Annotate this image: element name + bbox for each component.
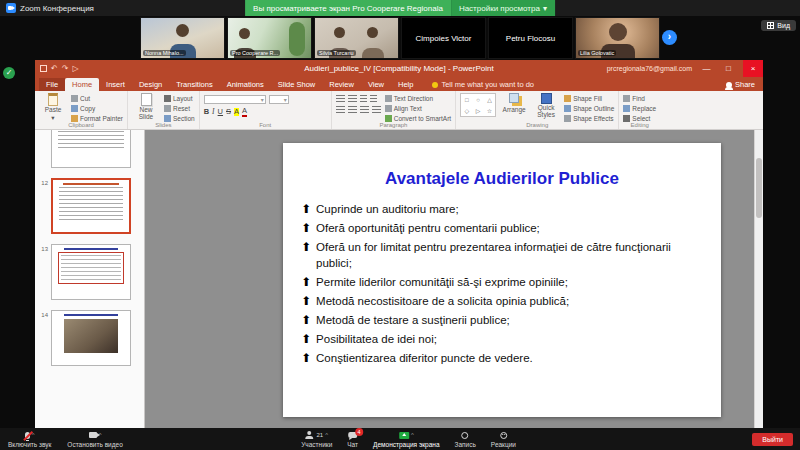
current-slide[interactable]: Avantajele Audierilor Publice ⬆ Cuprinde… <box>283 143 721 417</box>
slide-12-thumbnail[interactable] <box>51 178 131 234</box>
save-icon[interactable] <box>40 65 47 72</box>
align-text-icon <box>385 105 392 112</box>
bold-button[interactable]: B <box>204 107 209 116</box>
canvas-scrollbar[interactable] <box>754 130 763 428</box>
participants-button[interactable]: 21 ^ Участники <box>301 431 332 448</box>
numbering-icon[interactable] <box>348 95 357 103</box>
align-left-icon[interactable] <box>336 106 345 114</box>
tab-home[interactable]: Home <box>65 78 99 91</box>
chevron-down-icon: ▾ <box>543 4 547 13</box>
paragraph-group-label: Paragraph <box>332 122 455 128</box>
slide-number: 11 <box>35 130 51 168</box>
leave-meeting-button[interactable]: Выйти <box>752 433 793 446</box>
tab-help[interactable]: Help <box>391 78 420 91</box>
font-name-combo[interactable]: ▾ <box>204 95 266 104</box>
tab-review[interactable]: Review <box>322 78 361 91</box>
cut-button[interactable]: Cut <box>71 95 123 102</box>
justify-icon[interactable] <box>372 106 381 114</box>
unmute-button[interactable]: ^ Включить звук <box>8 431 51 448</box>
shape-fill-button[interactable]: Shape Fill <box>564 95 614 102</box>
minimize-button[interactable]: — <box>699 60 714 77</box>
bullet-item: ⬆ Oferă un for limitat pentru prezentare… <box>301 240 707 270</box>
reactions-button[interactable]: Реакции <box>491 431 516 448</box>
tab-transitions[interactable]: Transitions <box>169 78 219 91</box>
select-button[interactable]: Select <box>623 115 656 122</box>
lightbulb-icon <box>432 82 438 88</box>
ribbon-group-drawing: □ ○ △ ◇ ▷ ☆ Arrange Quick Styles <box>456 91 619 129</box>
participant-tile[interactable]: Petru Flocosu <box>488 17 573 59</box>
chat-button[interactable]: 4 Чат <box>347 431 358 448</box>
shape-outline-icon <box>564 105 571 112</box>
share-screen-button[interactable]: ^ Демонстрация экрана <box>373 431 439 448</box>
tab-file[interactable]: File <box>39 78 65 91</box>
tell-me-box[interactable]: Tell me what you want to do <box>432 80 534 91</box>
quick-access-toolbar: ↶ ↷ ▷ <box>40 64 79 73</box>
restore-button[interactable]: □ <box>721 60 736 77</box>
quick-styles-button[interactable]: Quick Styles <box>532 93 560 119</box>
copy-button[interactable]: Copy <box>71 105 123 112</box>
layout-button[interactable]: Layout <box>164 95 195 102</box>
align-center-icon[interactable] <box>348 106 357 114</box>
close-button[interactable]: × <box>743 60 763 77</box>
shape-fill-label: Shape Fill <box>573 95 602 102</box>
align-text-button[interactable]: Align Text <box>385 105 451 112</box>
format-painter-button[interactable]: Format Painter <box>71 115 123 122</box>
grid-view-icon <box>767 22 774 29</box>
underline-button[interactable]: U <box>218 107 223 116</box>
align-right-icon[interactable] <box>360 106 369 114</box>
text-direction-button[interactable]: Text Direction <box>385 95 451 102</box>
view-button[interactable]: Вид <box>761 20 796 31</box>
bullets-icon[interactable] <box>336 95 345 103</box>
participant-tile[interactable]: Pro Cooperare R... <box>227 17 312 59</box>
slide-11-thumbnail[interactable] <box>51 130 131 168</box>
slide-13-thumbnail[interactable] <box>51 244 131 300</box>
new-slide-button[interactable]: New Slide <box>132 93 160 121</box>
view-options-dropdown[interactable]: Настройки просмотра ▾ <box>451 0 555 16</box>
arrange-button[interactable]: Arrange <box>500 93 528 114</box>
section-button[interactable]: Section <box>164 115 195 122</box>
quick-styles-label: Quick Styles <box>532 105 560 119</box>
tab-slide-show[interactable]: Slide Show <box>271 78 323 91</box>
participants-menu-caret-icon[interactable]: ^ <box>325 432 328 438</box>
convert-smartart-button[interactable]: Convert to SmartArt <box>385 115 451 122</box>
stop-video-button[interactable]: ^ Остановить видео <box>67 431 122 448</box>
record-button[interactable]: Запись <box>455 431 476 448</box>
paste-button[interactable]: Paste ▾ <box>39 93 67 122</box>
strikethrough-button[interactable]: S <box>226 107 231 116</box>
undo-icon[interactable]: ↶ <box>51 64 58 73</box>
ribbon-tab-row: File Home Insert Design Transitions Anim… <box>35 77 763 91</box>
ppt-share-button[interactable]: Share <box>726 80 755 89</box>
account-button[interactable]: prcregionala76@gmail.com <box>607 65 692 72</box>
view-button-label: Вид <box>777 22 790 29</box>
participant-tile[interactable]: Cimpoies Victor <box>401 17 486 59</box>
increase-indent-icon[interactable] <box>370 95 377 103</box>
italic-button[interactable]: I <box>212 107 215 116</box>
start-slideshow-icon[interactable]: ▷ <box>72 64 78 73</box>
mic-menu-caret-icon[interactable]: ^ <box>32 432 35 438</box>
slide-14-thumbnail[interactable] <box>51 310 131 366</box>
tab-animations[interactable]: Animations <box>220 78 271 91</box>
scrollbar-thumb[interactable] <box>756 158 762 218</box>
zoom-bottom-toolbar: ^ Включить звук ^ Остановить видео 21 ^ <box>0 428 800 450</box>
font-size-combo[interactable]: ▾ <box>269 95 289 104</box>
meeting-security-icon[interactable]: ✓ <box>3 67 15 79</box>
participant-tile[interactable]: Nonna Mihalo... <box>140 17 225 59</box>
share-menu-caret-icon[interactable]: ^ <box>411 432 414 438</box>
slide-number: 13 <box>35 244 51 300</box>
tab-design[interactable]: Design <box>132 78 169 91</box>
shapes-gallery[interactable]: □ ○ △ ◇ ▷ ☆ <box>460 93 496 117</box>
participant-tile[interactable]: Silvia Turcanu <box>314 17 399 59</box>
next-participants-button[interactable]: › <box>662 30 677 45</box>
highlight-color-button[interactable]: A <box>234 108 239 116</box>
tab-view[interactable]: View <box>361 78 391 91</box>
find-button[interactable]: Find <box>623 95 656 102</box>
font-color-button[interactable]: A <box>242 107 247 117</box>
shape-effects-button[interactable]: Shape Effects <box>564 115 614 122</box>
shape-outline-button[interactable]: Shape Outline <box>564 105 614 112</box>
decrease-indent-icon[interactable] <box>360 95 367 103</box>
tab-insert[interactable]: Insert <box>99 78 132 91</box>
participant-tile[interactable]: Lilia Golovatic <box>575 17 660 59</box>
redo-icon[interactable]: ↷ <box>62 64 69 73</box>
reset-button[interactable]: Reset <box>164 105 195 112</box>
replace-button[interactable]: Replace <box>623 105 656 112</box>
